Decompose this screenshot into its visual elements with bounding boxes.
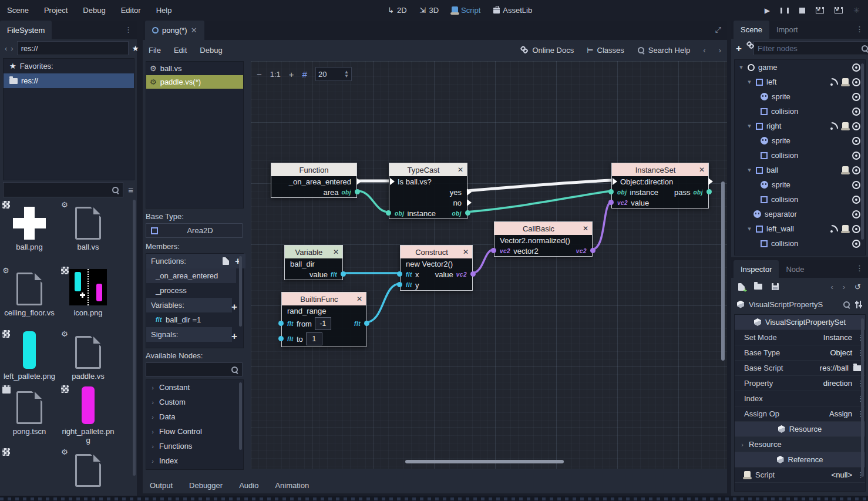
file-list-toggle-icon[interactable]: ≡ <box>128 185 133 195</box>
new-resource-icon[interactable]: + <box>738 283 745 291</box>
tab-output[interactable]: Output <box>150 481 173 490</box>
exec-out-port[interactable] <box>356 178 361 185</box>
add-variable-icon[interactable]: + <box>231 302 237 312</box>
prop-assign-op[interactable]: Assign OpAssign⋮ <box>735 406 865 422</box>
vector2-in-port[interactable] <box>491 248 496 253</box>
node-tree-scrollbar[interactable] <box>239 382 242 450</box>
menu-editor[interactable]: Editor <box>121 6 141 15</box>
reference-section-header[interactable]: Reference <box>735 452 865 468</box>
prop-base-type[interactable]: Base TypeObject⋮ <box>735 345 865 361</box>
tab-audio[interactable]: Audio <box>239 481 258 490</box>
visibility-eye-icon[interactable] <box>852 240 860 248</box>
script-icon[interactable] <box>842 225 849 233</box>
tab-inspector[interactable]: Inspector <box>734 260 779 278</box>
classes-button[interactable]: ⊨Classes <box>587 46 624 55</box>
script-icon[interactable] <box>842 78 849 86</box>
graph-hscrollbar[interactable] <box>405 460 564 463</box>
node-search-input[interactable] <box>146 362 243 376</box>
search-help-button[interactable]: Search Help <box>637 46 691 55</box>
tab-debugger[interactable]: Debugger <box>189 481 223 490</box>
signal-icon[interactable] <box>830 78 839 86</box>
function-item-process[interactable]: _process <box>146 283 243 298</box>
object-out-port[interactable] <box>465 210 470 216</box>
distraction-free-icon[interactable]: ⤢ <box>715 25 721 35</box>
node-close-icon[interactable]: ✕ <box>695 166 705 174</box>
float-in-port-y[interactable] <box>397 282 402 287</box>
favorite-star-icon[interactable]: ★ <box>132 44 139 53</box>
script-menu-debug[interactable]: Debug <box>200 46 222 55</box>
tree-row-sprite[interactable]: sprite <box>735 133 865 148</box>
play-scene-button[interactable] <box>816 7 824 14</box>
tab-scene[interactable]: Scene <box>734 21 769 39</box>
object-options-icon[interactable] <box>855 301 862 308</box>
file-search-input[interactable] <box>3 182 123 197</box>
load-resource-icon[interactable] <box>754 284 762 290</box>
graph-node-callbasic[interactable]: CallBasic✕ Vector2.normalized() vc2vecto… <box>494 221 593 257</box>
tree-row-sprite[interactable]: sprite <box>735 177 865 192</box>
edited-object-name[interactable]: VisualScriptPropertyS <box>749 300 838 309</box>
object-out-port[interactable] <box>355 189 360 194</box>
file-ball-vs[interactable]: ⚙ ball.vs <box>59 199 117 251</box>
graph-node-variable[interactable]: Variable✕ ball_dir valueflt <box>284 245 343 280</box>
object-out-port[interactable] <box>706 189 712 194</box>
path-input[interactable] <box>17 41 129 55</box>
history-icon[interactable]: ↺ <box>854 283 861 291</box>
visibility-eye-icon[interactable] <box>852 137 860 145</box>
workspace-assetlib-button[interactable]: AssetLib <box>493 6 532 15</box>
visibility-eye-icon[interactable] <box>852 93 860 101</box>
file-ball-png[interactable]: ball.png <box>0 199 59 251</box>
tree-row-right[interactable]: ▾right <box>735 119 865 133</box>
zoom-reset-button[interactable]: 1:1 <box>270 70 281 79</box>
exec-out-no-port[interactable] <box>467 199 472 206</box>
graph-vscrollbar[interactable] <box>721 181 725 361</box>
visibility-eye-icon[interactable] <box>852 181 860 189</box>
prop-property[interactable]: Propertydirection⋮ <box>735 376 865 391</box>
exec-in-port[interactable] <box>390 178 395 185</box>
visibility-eye-icon[interactable] <box>852 107 860 116</box>
to-value-spinbox[interactable]: 1 <box>306 332 322 345</box>
script-item-paddle-vs[interactable]: ⚙ paddle.vs(*) <box>146 75 243 89</box>
inspector-back-icon[interactable]: ‹ <box>830 283 833 291</box>
dock-menu-icon[interactable]: ⋮ <box>856 25 863 33</box>
node-category-custom[interactable]: ›Custom <box>146 395 243 409</box>
override-function-icon[interactable] <box>223 257 229 265</box>
script-icon[interactable] <box>842 166 849 174</box>
workspace-3d-button[interactable]: ⇲3D <box>420 6 439 15</box>
scene-tree-scrollbar[interactable] <box>861 63 864 240</box>
menu-project[interactable]: Project <box>44 6 68 15</box>
tree-row-left[interactable]: ▾left <box>735 75 865 89</box>
browse-script-icon[interactable] <box>853 365 862 371</box>
history-forward-icon[interactable]: › <box>719 46 721 55</box>
workspace-2d-button[interactable]: ↳2D <box>388 6 407 15</box>
property-set-section[interactable]: VisualScriptPropertySet <box>735 315 865 330</box>
variable-item-ball-dir[interactable]: flt ball_dir =1 <box>146 312 243 327</box>
exec-out-port[interactable] <box>708 178 713 185</box>
file-left-pallete-png[interactable]: left_pallete.png <box>0 328 59 381</box>
tree-row-sprite[interactable]: sprite <box>735 89 865 104</box>
vector2-out-port[interactable] <box>470 271 476 277</box>
file-partial-image[interactable] <box>0 446 59 449</box>
zoom-out-icon[interactable]: − <box>257 69 262 79</box>
script-item-ball-vs[interactable]: ⚙ ball.vs <box>146 62 243 75</box>
visibility-eye-icon[interactable] <box>852 78 860 86</box>
inspector-forward-icon[interactable]: › <box>843 283 845 291</box>
visibility-eye-icon[interactable] <box>852 63 860 72</box>
exec-in-port[interactable] <box>613 178 617 185</box>
resource-section-header[interactable]: Resource <box>735 422 865 437</box>
file-ceiling-floor-vs[interactable]: ⚙ ceiling_floor.vs <box>0 264 59 317</box>
vector2-in-port[interactable] <box>608 200 614 205</box>
script-menu-file[interactable]: File <box>149 46 161 55</box>
tree-row-collision[interactable]: collision <box>735 236 865 251</box>
prop-script[interactable]: Script<null>⋮ <box>735 468 865 483</box>
zoom-in-icon[interactable]: + <box>289 69 294 79</box>
graph-node-function[interactable]: Function _on_area_entered areaobj <box>271 163 357 198</box>
nav-back-icon[interactable]: ‹ <box>5 44 7 53</box>
menu-debug[interactable]: Debug <box>83 6 105 15</box>
dock-menu-icon[interactable]: ⋮ <box>125 25 132 34</box>
node-close-icon[interactable]: ✕ <box>329 248 339 256</box>
graph-node-instanceset[interactable]: InstanceSet✕ Object:direction objinstanc… <box>611 163 709 209</box>
tree-row-collision[interactable]: collision <box>735 148 865 163</box>
nav-forward-icon[interactable]: › <box>11 44 13 53</box>
inspector-scrollbar[interactable] <box>861 318 864 477</box>
resource-collapsible-row[interactable]: ›Resource <box>735 437 865 452</box>
